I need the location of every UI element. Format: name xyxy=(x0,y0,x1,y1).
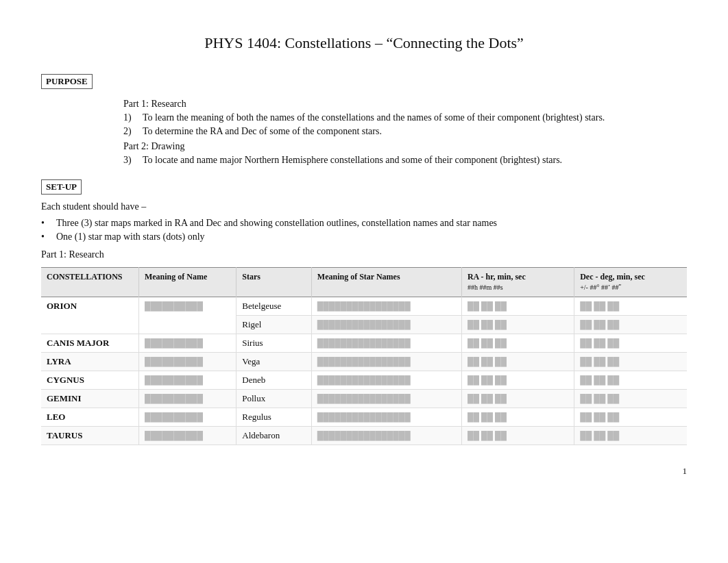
col-header-stars: Stars xyxy=(236,268,312,297)
cell-constellation: LEO xyxy=(41,408,138,427)
cell-constellation: CANIS MAJOR xyxy=(41,334,138,353)
cell-star-meaning: ████████████████ xyxy=(311,297,461,316)
cell-dec: ██ ██ ██ xyxy=(574,427,687,445)
table-row: CYGNUS██████████Deneb██████████████████ … xyxy=(41,371,687,390)
setup-bullet-2: • One (1) star map with stars (dots) onl… xyxy=(41,232,687,242)
col-header-star-meaning: Meaning of Star Names xyxy=(311,268,461,297)
cell-ra: ██ ██ ██ xyxy=(461,371,574,390)
cell-constellation: TAURUS xyxy=(41,427,138,445)
part1-header: Part 1: Research xyxy=(123,99,687,110)
cell-star-name: Rigel xyxy=(236,316,312,334)
cell-star-meaning: ████████████████ xyxy=(311,371,461,390)
purpose-item-2: 2) To determine the RA and Dec of some o… xyxy=(123,126,687,137)
setup-intro: Each student should have – xyxy=(41,201,687,212)
cell-star-name: Deneb xyxy=(236,371,312,390)
table-row: TAURUS██████████Aldebaron███████████████… xyxy=(41,427,687,445)
table-row: GEMINI██████████Pollux██████████████████… xyxy=(41,390,687,408)
cell-ra: ██ ██ ██ xyxy=(461,353,574,371)
cell-star-meaning: ████████████████ xyxy=(311,316,461,334)
cell-dec: ██ ██ ██ xyxy=(574,390,687,408)
part2-header: Part 2: Drawing xyxy=(123,141,687,152)
setup-label: SET-UP xyxy=(41,179,82,195)
cell-star-name: Regulus xyxy=(236,408,312,427)
cell-star-name: Pollux xyxy=(236,390,312,408)
cell-dec: ██ ██ ██ xyxy=(574,334,687,353)
table-row: LEO██████████Regulus██████████████████ █… xyxy=(41,408,687,427)
table-row: CANIS MAJOR██████████Sirius█████████████… xyxy=(41,334,687,353)
cell-constellation: ORION xyxy=(41,297,138,334)
cell-ra: ██ ██ ██ xyxy=(461,408,574,427)
setup-section: SET-UP Each student should have – • Thre… xyxy=(41,177,687,242)
cell-ra: ██ ██ ██ xyxy=(461,297,574,316)
cell-star-name: Betelgeuse xyxy=(236,297,312,316)
cell-star-meaning: ████████████████ xyxy=(311,334,461,353)
col-header-constellation: CONSTELLATIONS xyxy=(41,268,138,297)
col-header-ra: RA - hr, min, sec ##h ##m ##s xyxy=(461,268,574,297)
cell-meaning: ██████████ xyxy=(138,390,236,408)
cell-meaning: ██████████ xyxy=(138,353,236,371)
cell-constellation: LYRA xyxy=(41,353,138,371)
constellations-table: CONSTELLATIONS Meaning of Name Stars Mea… xyxy=(41,267,687,445)
cell-meaning: ██████████ xyxy=(138,371,236,390)
cell-dec: ██ ██ ██ xyxy=(574,297,687,316)
cell-meaning: ██████████ xyxy=(138,408,236,427)
cell-star-name: Vega xyxy=(236,353,312,371)
purpose-item-3: 3) To locate and name major Northern Hem… xyxy=(123,155,687,166)
cell-dec: ██ ██ ██ xyxy=(574,316,687,334)
cell-star-name: Sirius xyxy=(236,334,312,353)
cell-ra: ██ ██ ██ xyxy=(461,427,574,445)
col-header-meaning: Meaning of Name xyxy=(138,268,236,297)
cell-star-meaning: ████████████████ xyxy=(311,353,461,371)
part1-research-label: Part 1: Research xyxy=(41,249,687,260)
cell-ra: ██ ██ ██ xyxy=(461,316,574,334)
cell-constellation: CYGNUS xyxy=(41,371,138,390)
purpose-label: PURPOSE xyxy=(41,74,93,89)
cell-meaning: ██████████ xyxy=(138,297,236,334)
purpose-item-1: 1) To learn the meaning of both the name… xyxy=(123,112,687,123)
cell-dec: ██ ██ ██ xyxy=(574,408,687,427)
cell-constellation: GEMINI xyxy=(41,390,138,408)
purpose-section: PURPOSE Part 1: Research 1) To learn the… xyxy=(41,71,687,166)
table-row: LYRA██████████Vega██████████████████ ██ … xyxy=(41,353,687,371)
table-row: ORION██████████Betelgeuse███████████████… xyxy=(41,297,687,316)
col-header-dec: Dec - deg, min, sec +/- ##° ##ʼ ##ʺ xyxy=(574,268,687,297)
cell-star-meaning: ████████████████ xyxy=(311,427,461,445)
cell-meaning: ██████████ xyxy=(138,334,236,353)
page-number: 1 xyxy=(41,466,687,477)
cell-meaning: ██████████ xyxy=(138,427,236,445)
page-title: PHYS 1404: Constellations – “Connecting … xyxy=(41,34,687,52)
cell-ra: ██ ██ ██ xyxy=(461,390,574,408)
setup-bullet-1: • Three (3) star maps marked in RA and D… xyxy=(41,218,687,229)
cell-dec: ██ ██ ██ xyxy=(574,371,687,390)
purpose-content: Part 1: Research 1) To learn the meaning… xyxy=(123,99,687,166)
cell-star-meaning: ████████████████ xyxy=(311,390,461,408)
cell-star-name: Aldebaron xyxy=(236,427,312,445)
cell-dec: ██ ██ ██ xyxy=(574,353,687,371)
cell-star-meaning: ████████████████ xyxy=(311,408,461,427)
cell-ra: ██ ██ ██ xyxy=(461,334,574,353)
